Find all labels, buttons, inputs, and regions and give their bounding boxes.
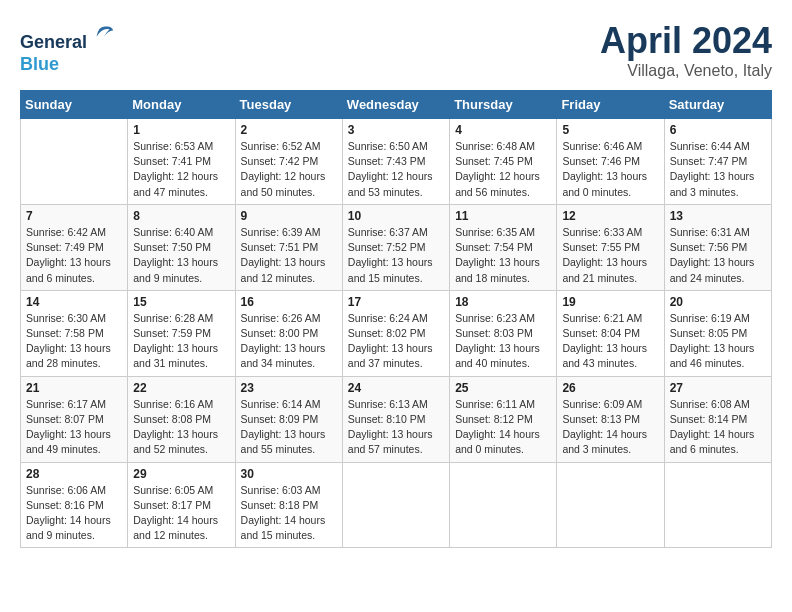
logo: General Blue — [20, 20, 117, 75]
calendar-cell: 11Sunrise: 6:35 AMSunset: 7:54 PMDayligh… — [450, 204, 557, 290]
day-number: 28 — [26, 467, 122, 481]
page-header: General Blue April 2024 Villaga, Veneto,… — [20, 20, 772, 80]
day-info: Sunrise: 6:16 AMSunset: 8:08 PMDaylight:… — [133, 397, 229, 458]
day-number: 25 — [455, 381, 551, 395]
day-number: 6 — [670, 123, 766, 137]
calendar-cell: 12Sunrise: 6:33 AMSunset: 7:55 PMDayligh… — [557, 204, 664, 290]
calendar-cell: 24Sunrise: 6:13 AMSunset: 8:10 PMDayligh… — [342, 376, 449, 462]
day-info: Sunrise: 6:03 AMSunset: 8:18 PMDaylight:… — [241, 483, 337, 544]
day-info: Sunrise: 6:35 AMSunset: 7:54 PMDaylight:… — [455, 225, 551, 286]
day-number: 26 — [562, 381, 658, 395]
calendar-week-3: 14Sunrise: 6:30 AMSunset: 7:58 PMDayligh… — [21, 290, 772, 376]
calendar-cell: 2Sunrise: 6:52 AMSunset: 7:42 PMDaylight… — [235, 119, 342, 205]
day-info: Sunrise: 6:37 AMSunset: 7:52 PMDaylight:… — [348, 225, 444, 286]
calendar-cell — [21, 119, 128, 205]
calendar-cell: 28Sunrise: 6:06 AMSunset: 8:16 PMDayligh… — [21, 462, 128, 548]
day-number: 4 — [455, 123, 551, 137]
logo-text: General Blue — [20, 20, 117, 75]
column-header-tuesday: Tuesday — [235, 91, 342, 119]
day-number: 15 — [133, 295, 229, 309]
day-number: 27 — [670, 381, 766, 395]
calendar-cell: 20Sunrise: 6:19 AMSunset: 8:05 PMDayligh… — [664, 290, 771, 376]
calendar-cell: 3Sunrise: 6:50 AMSunset: 7:43 PMDaylight… — [342, 119, 449, 205]
calendar-cell: 7Sunrise: 6:42 AMSunset: 7:49 PMDaylight… — [21, 204, 128, 290]
day-number: 29 — [133, 467, 229, 481]
day-number: 14 — [26, 295, 122, 309]
day-info: Sunrise: 6:11 AMSunset: 8:12 PMDaylight:… — [455, 397, 551, 458]
calendar-table: SundayMondayTuesdayWednesdayThursdayFrid… — [20, 90, 772, 548]
calendar-cell: 15Sunrise: 6:28 AMSunset: 7:59 PMDayligh… — [128, 290, 235, 376]
day-number: 16 — [241, 295, 337, 309]
calendar-cell — [664, 462, 771, 548]
calendar-header: SundayMondayTuesdayWednesdayThursdayFrid… — [21, 91, 772, 119]
calendar-cell: 19Sunrise: 6:21 AMSunset: 8:04 PMDayligh… — [557, 290, 664, 376]
column-header-sunday: Sunday — [21, 91, 128, 119]
day-number: 5 — [562, 123, 658, 137]
calendar-cell: 9Sunrise: 6:39 AMSunset: 7:51 PMDaylight… — [235, 204, 342, 290]
calendar-cell: 6Sunrise: 6:44 AMSunset: 7:47 PMDaylight… — [664, 119, 771, 205]
column-header-thursday: Thursday — [450, 91, 557, 119]
day-number: 11 — [455, 209, 551, 223]
day-info: Sunrise: 6:40 AMSunset: 7:50 PMDaylight:… — [133, 225, 229, 286]
day-number: 19 — [562, 295, 658, 309]
day-info: Sunrise: 6:24 AMSunset: 8:02 PMDaylight:… — [348, 311, 444, 372]
day-info: Sunrise: 6:39 AMSunset: 7:51 PMDaylight:… — [241, 225, 337, 286]
day-info: Sunrise: 6:50 AMSunset: 7:43 PMDaylight:… — [348, 139, 444, 200]
calendar-week-2: 7Sunrise: 6:42 AMSunset: 7:49 PMDaylight… — [21, 204, 772, 290]
calendar-cell: 17Sunrise: 6:24 AMSunset: 8:02 PMDayligh… — [342, 290, 449, 376]
calendar-cell — [342, 462, 449, 548]
day-info: Sunrise: 6:05 AMSunset: 8:17 PMDaylight:… — [133, 483, 229, 544]
day-number: 7 — [26, 209, 122, 223]
calendar-week-4: 21Sunrise: 6:17 AMSunset: 8:07 PMDayligh… — [21, 376, 772, 462]
day-number: 1 — [133, 123, 229, 137]
day-number: 23 — [241, 381, 337, 395]
day-info: Sunrise: 6:19 AMSunset: 8:05 PMDaylight:… — [670, 311, 766, 372]
day-info: Sunrise: 6:46 AMSunset: 7:46 PMDaylight:… — [562, 139, 658, 200]
day-number: 18 — [455, 295, 551, 309]
day-info: Sunrise: 6:31 AMSunset: 7:56 PMDaylight:… — [670, 225, 766, 286]
day-info: Sunrise: 6:08 AMSunset: 8:14 PMDaylight:… — [670, 397, 766, 458]
calendar-week-1: 1Sunrise: 6:53 AMSunset: 7:41 PMDaylight… — [21, 119, 772, 205]
calendar-cell: 14Sunrise: 6:30 AMSunset: 7:58 PMDayligh… — [21, 290, 128, 376]
calendar-cell: 18Sunrise: 6:23 AMSunset: 8:03 PMDayligh… — [450, 290, 557, 376]
page-subtitle: Villaga, Veneto, Italy — [600, 62, 772, 80]
calendar-cell — [450, 462, 557, 548]
day-info: Sunrise: 6:26 AMSunset: 8:00 PMDaylight:… — [241, 311, 337, 372]
calendar-cell: 8Sunrise: 6:40 AMSunset: 7:50 PMDaylight… — [128, 204, 235, 290]
day-number: 21 — [26, 381, 122, 395]
logo-bird-icon — [89, 20, 117, 48]
page-title: April 2024 — [600, 20, 772, 62]
day-number: 17 — [348, 295, 444, 309]
calendar-cell — [557, 462, 664, 548]
day-number: 12 — [562, 209, 658, 223]
day-info: Sunrise: 6:09 AMSunset: 8:13 PMDaylight:… — [562, 397, 658, 458]
day-number: 22 — [133, 381, 229, 395]
day-info: Sunrise: 6:06 AMSunset: 8:16 PMDaylight:… — [26, 483, 122, 544]
calendar-cell: 13Sunrise: 6:31 AMSunset: 7:56 PMDayligh… — [664, 204, 771, 290]
day-info: Sunrise: 6:30 AMSunset: 7:58 PMDaylight:… — [26, 311, 122, 372]
day-number: 10 — [348, 209, 444, 223]
calendar-cell: 1Sunrise: 6:53 AMSunset: 7:41 PMDaylight… — [128, 119, 235, 205]
day-info: Sunrise: 6:48 AMSunset: 7:45 PMDaylight:… — [455, 139, 551, 200]
calendar-cell: 10Sunrise: 6:37 AMSunset: 7:52 PMDayligh… — [342, 204, 449, 290]
day-info: Sunrise: 6:14 AMSunset: 8:09 PMDaylight:… — [241, 397, 337, 458]
calendar-cell: 23Sunrise: 6:14 AMSunset: 8:09 PMDayligh… — [235, 376, 342, 462]
column-header-wednesday: Wednesday — [342, 91, 449, 119]
day-number: 9 — [241, 209, 337, 223]
calendar-cell: 27Sunrise: 6:08 AMSunset: 8:14 PMDayligh… — [664, 376, 771, 462]
day-info: Sunrise: 6:53 AMSunset: 7:41 PMDaylight:… — [133, 139, 229, 200]
day-info: Sunrise: 6:17 AMSunset: 8:07 PMDaylight:… — [26, 397, 122, 458]
calendar-cell: 16Sunrise: 6:26 AMSunset: 8:00 PMDayligh… — [235, 290, 342, 376]
day-number: 30 — [241, 467, 337, 481]
day-info: Sunrise: 6:33 AMSunset: 7:55 PMDaylight:… — [562, 225, 658, 286]
column-header-monday: Monday — [128, 91, 235, 119]
day-number: 20 — [670, 295, 766, 309]
day-info: Sunrise: 6:52 AMSunset: 7:42 PMDaylight:… — [241, 139, 337, 200]
day-number: 8 — [133, 209, 229, 223]
calendar-cell: 21Sunrise: 6:17 AMSunset: 8:07 PMDayligh… — [21, 376, 128, 462]
day-info: Sunrise: 6:28 AMSunset: 7:59 PMDaylight:… — [133, 311, 229, 372]
title-block: April 2024 Villaga, Veneto, Italy — [600, 20, 772, 80]
day-number: 13 — [670, 209, 766, 223]
day-number: 2 — [241, 123, 337, 137]
day-info: Sunrise: 6:44 AMSunset: 7:47 PMDaylight:… — [670, 139, 766, 200]
